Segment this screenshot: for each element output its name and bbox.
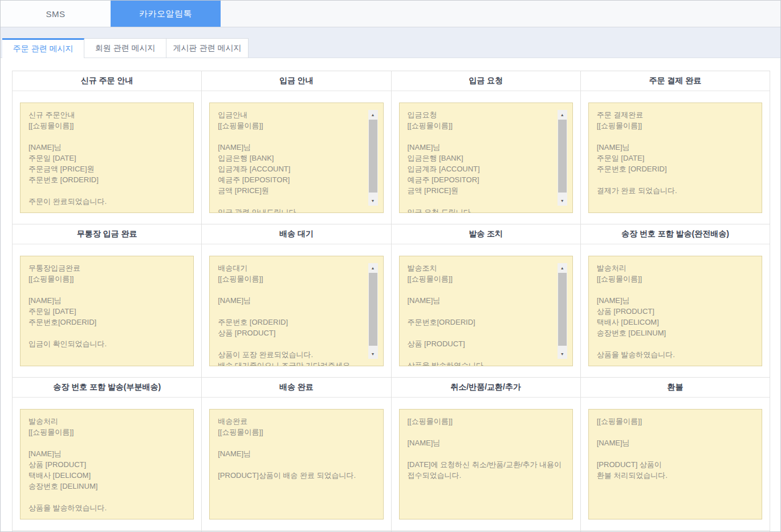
card-body: 무통장입금완료 [[쇼핑몰이름]] [NAME]님 주문일 [DATE] 주문번… [13,244,201,377]
message-textarea[interactable]: [[쇼핑몰이름]] [NAME]님 [DATE]에 요청하신 취소/반품/교환/… [399,409,573,519]
message-text: 배송완료 [[쇼핑몰이름]] [NAME]님 [PRODUCT]상품이 배송 완… [210,410,383,487]
tab-kakao-alimtalk[interactable]: 카카오알림톡 [111,1,221,27]
template-card: 배송 대기 배송대기 [[쇼핑몰이름]] [NAME]님 주문번호 [ORDER… [202,224,391,378]
scroll-up-icon[interactable]: ▲ [558,263,567,273]
template-card: 환불 [[쇼핑몰이름]] [NAME]님 [PRODUCT] 상품이 환불 처리… [581,378,770,531]
card-title: 취소/반품/교환/추가 [392,378,580,398]
card-body: 배송완료 [[쇼핑몰이름]] [NAME]님 [PRODUCT]상품이 배송 완… [202,398,391,530]
message-text: [[쇼핑몰이름]] [NAME]님 [DATE]에 요청하신 취소/반품/교환/… [400,410,572,487]
scroll-up-icon[interactable]: ▲ [558,110,567,120]
message-text: 주문 결제완료 [[쇼핑몰이름]] [NAME]님 주문일 [DATE] 주문번… [589,103,762,202]
card-title: 배송 대기 [202,224,391,244]
message-text: 배송대기 [[쇼핑몰이름]] [NAME]님 주문번호 [ORDERID] 상품… [210,256,383,366]
message-textarea[interactable]: 입금요청 [[쇼핑몰이름]] [NAME]님 입금은행 [BANK] 입금계좌 … [399,103,573,213]
template-card: 입금 안내 입금안내 [[쇼핑몰이름]] [NAME]님 입금은행 [BANK]… [202,71,391,224]
card-title: 신규 주문 안내 [13,71,201,91]
card-title: 입금 요청 [392,71,580,91]
template-card: 송장 번호 포함 발송(완전배송) 발송처리 [[쇼핑몰이름]] [NAME]님… [581,224,770,378]
message-text: 발송조치 [[쇼핑몰이름]] [NAME]님 주문번호[ORDERID] 상품 … [400,256,572,366]
scroll-down-icon[interactable]: ▼ [558,196,567,206]
scrollbar-thumb[interactable] [369,120,377,193]
message-textarea[interactable]: 배송완료 [[쇼핑몰이름]] [NAME]님 [PRODUCT]상품이 배송 완… [209,409,383,519]
scrollbar-thumb[interactable] [369,273,377,346]
card-body: 발송처리 [[쇼핑몰이름]] [NAME]님 상품 [PRODUCT] 택배사 … [13,398,201,530]
template-card: 발송 조치 발송조치 [[쇼핑몰이름]] [NAME]님 주문번호[ORDERI… [392,224,581,378]
template-grid: 신규 주문 안내 신규 주문안내 [[쇼핑몰이름]] [NAME]님 주문일 [… [12,71,770,532]
message-textarea[interactable]: 배송대기 [[쇼핑몰이름]] [NAME]님 주문번호 [ORDERID] 상품… [209,256,383,366]
card-title: 송장 번호 포함 발송(부분배송) [13,378,201,398]
message-text: [[쇼핑몰이름]] [NAME]님 [PRODUCT] 상품이 환불 처리되었습… [589,410,762,487]
message-textarea[interactable]: 발송처리 [[쇼핑몰이름]] [NAME]님 상품 [PRODUCT] 택배사 … [588,256,762,366]
card-title: 입금 안내 [202,71,391,91]
kakao-alimtalk-template-page: { "top_tabs": [ { "label": "SMS", "activ… [0,0,781,532]
message-category-strip: 주문 관련 메시지 회원 관련 메시지 게시판 관련 메시지 [1,27,780,58]
card-title: 환불 [581,378,770,398]
template-card: 입금 요청 입금요청 [[쇼핑몰이름]] [NAME]님 입금은행 [BANK]… [392,71,581,224]
message-text: 신규 주문안내 [[쇼핑몰이름]] [NAME]님 주문일 [DATE] 주문금… [21,103,193,213]
message-textarea[interactable]: 주문 결제완료 [[쇼핑몰이름]] [NAME]님 주문일 [DATE] 주문번… [588,103,762,213]
card-body: 주문 결제완료 [[쇼핑몰이름]] [NAME]님 주문일 [DATE] 주문번… [581,91,770,224]
card-body: [[쇼핑몰이름]] [NAME]님 [DATE]에 요청하신 취소/반품/교환/… [392,398,580,530]
message-textarea[interactable]: 발송처리 [[쇼핑몰이름]] [NAME]님 상품 [PRODUCT] 택배사 … [20,409,194,519]
message-textarea[interactable]: 신규 주문안내 [[쇼핑몰이름]] [NAME]님 주문일 [DATE] 주문금… [20,103,194,213]
scrollbar-thumb[interactable] [558,273,567,346]
scrollbar-thumb[interactable] [558,120,567,193]
card-body: 입금안내 [[쇼핑몰이름]] [NAME]님 입금은행 [BANK] 입금계좌 … [202,91,391,224]
scroll-up-icon[interactable]: ▲ [368,263,378,273]
card-body: 발송조치 [[쇼핑몰이름]] [NAME]님 주문번호[ORDERID] 상품 … [392,244,580,377]
template-card: 신규 주문 안내 신규 주문안내 [[쇼핑몰이름]] [NAME]님 주문일 [… [13,71,202,224]
card-body: 입금요청 [[쇼핑몰이름]] [NAME]님 입금은행 [BANK] 입금계좌 … [392,91,580,224]
scroll-up-icon[interactable]: ▲ [368,110,378,120]
message-textarea[interactable]: [[쇼핑몰이름]] [NAME]님 [PRODUCT] 상품이 환불 처리되었습… [588,409,762,519]
scroll-down-icon[interactable]: ▼ [368,349,378,359]
tab-sms[interactable]: SMS [1,1,111,27]
card-body: 발송처리 [[쇼핑몰이름]] [NAME]님 상품 [PRODUCT] 택배사 … [581,244,770,377]
message-text: 무통장입금완료 [[쇼핑몰이름]] [NAME]님 주문일 [DATE] 주문번… [21,256,193,355]
message-text: 발송처리 [[쇼핑몰이름]] [NAME]님 상품 [PRODUCT] 택배사 … [21,410,193,519]
template-card: 취소/반품/교환/추가 [[쇼핑몰이름]] [NAME]님 [DATE]에 요청… [392,378,581,531]
message-text: 입금안내 [[쇼핑몰이름]] [NAME]님 입금은행 [BANK] 입금계좌 … [210,103,383,213]
textarea-scrollbar[interactable]: ▲ ▼ [558,263,567,359]
subtab-board-messages[interactable]: 게시판 관련 메시지 [166,38,249,58]
template-card: 무통장 입금 완료 무통장입금완료 [[쇼핑몰이름]] [NAME]님 주문일 … [13,224,202,378]
message-textarea[interactable]: 무통장입금완료 [[쇼핑몰이름]] [NAME]님 주문일 [DATE] 주문번… [20,256,194,366]
card-body: [[쇼핑몰이름]] [NAME]님 [PRODUCT] 상품이 환불 처리되었습… [581,398,770,530]
template-card: 배송 완료 배송완료 [[쇼핑몰이름]] [NAME]님 [PRODUCT]상품… [202,378,391,531]
card-title: 무통장 입금 완료 [13,224,201,244]
subtab-order-messages[interactable]: 주문 관련 메시지 [2,38,84,58]
message-category-tabs: 주문 관련 메시지 회원 관련 메시지 게시판 관련 메시지 [2,38,249,58]
message-textarea[interactable]: 발송조치 [[쇼핑몰이름]] [NAME]님 주문번호[ORDERID] 상품 … [399,256,573,366]
textarea-scrollbar[interactable]: ▲ ▼ [368,110,378,206]
card-body: 배송대기 [[쇼핑몰이름]] [NAME]님 주문번호 [ORDERID] 상품… [202,244,391,377]
message-text: 발송처리 [[쇼핑몰이름]] [NAME]님 상품 [PRODUCT] 택배사 … [589,256,762,366]
template-content: 신규 주문 안내 신규 주문안내 [[쇼핑몰이름]] [NAME]님 주문일 [… [1,58,780,532]
scroll-down-icon[interactable]: ▼ [558,349,567,359]
card-title: 주문 결제 완료 [581,71,770,91]
card-title: 송장 번호 포함 발송(완전배송) [581,224,770,244]
template-card: 송장 번호 포함 발송(부분배송) 발송처리 [[쇼핑몰이름]] [NAME]님… [13,378,202,531]
message-textarea[interactable]: 입금안내 [[쇼핑몰이름]] [NAME]님 입금은행 [BANK] 입금계좌 … [209,103,383,213]
message-text: 입금요청 [[쇼핑몰이름]] [NAME]님 입금은행 [BANK] 입금계좌 … [400,103,572,213]
textarea-scrollbar[interactable]: ▲ ▼ [368,263,378,359]
template-card: 주문 결제 완료 주문 결제완료 [[쇼핑몰이름]] [NAME]님 주문일 [… [581,71,770,224]
textarea-scrollbar[interactable]: ▲ ▼ [558,110,567,206]
card-body: 신규 주문안내 [[쇼핑몰이름]] [NAME]님 주문일 [DATE] 주문금… [13,91,201,224]
scroll-down-icon[interactable]: ▼ [368,196,378,206]
channel-tabbar: SMS 카카오알림톡 [1,1,780,27]
card-title: 발송 조치 [392,224,580,244]
card-title: 배송 완료 [202,378,391,398]
subtab-member-messages[interactable]: 회원 관련 메시지 [84,38,166,58]
